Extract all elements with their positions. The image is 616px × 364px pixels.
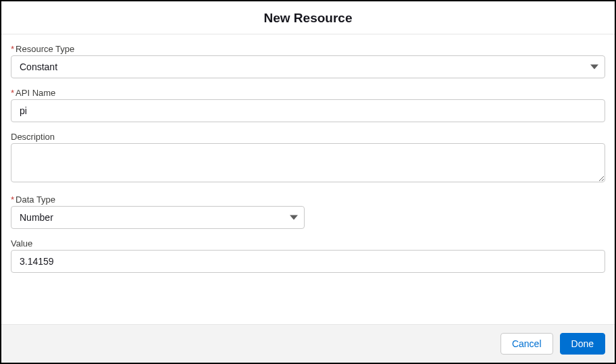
- description-label-text: Description: [11, 132, 55, 142]
- resource-type-label: *Resource Type: [11, 44, 605, 54]
- description-input[interactable]: [11, 143, 605, 182]
- resource-type-value: Constant: [20, 61, 57, 72]
- resource-type-select[interactable]: Constant: [11, 55, 605, 78]
- dialog-title: New Resource: [1, 11, 615, 26]
- value-group: Value: [11, 238, 605, 273]
- data-type-select-wrap: Number: [11, 206, 305, 229]
- description-label: Description: [11, 132, 605, 142]
- data-type-label: *Data Type: [11, 194, 605, 205]
- value-label: Value: [11, 238, 605, 249]
- resource-type-label-text: Resource Type: [16, 44, 74, 54]
- dialog-header: New Resource: [1, 1, 615, 34]
- value-label-text: Value: [11, 238, 32, 249]
- api-name-group: *API Name: [11, 88, 605, 122]
- data-type-select[interactable]: Number: [11, 206, 305, 229]
- data-type-value: Number: [20, 212, 53, 223]
- required-marker: *: [11, 44, 14, 54]
- api-name-label-text: API Name: [16, 88, 55, 98]
- data-type-group: *Data Type Number: [11, 194, 605, 229]
- required-marker: *: [11, 88, 14, 98]
- api-name-label: *API Name: [11, 88, 605, 98]
- done-button[interactable]: Done: [560, 333, 605, 355]
- description-group: Description: [11, 132, 605, 185]
- cancel-button[interactable]: Cancel: [500, 333, 553, 355]
- dialog-footer: Cancel Done: [1, 324, 615, 363]
- data-type-label-text: Data Type: [16, 194, 55, 205]
- value-input[interactable]: [11, 250, 605, 273]
- api-name-input[interactable]: [11, 99, 605, 122]
- required-marker: *: [11, 194, 14, 205]
- form-body: *Resource Type Constant *API Name Descri…: [1, 34, 615, 324]
- resource-type-group: *Resource Type Constant: [11, 44, 605, 78]
- resource-type-select-wrap: Constant: [11, 55, 605, 78]
